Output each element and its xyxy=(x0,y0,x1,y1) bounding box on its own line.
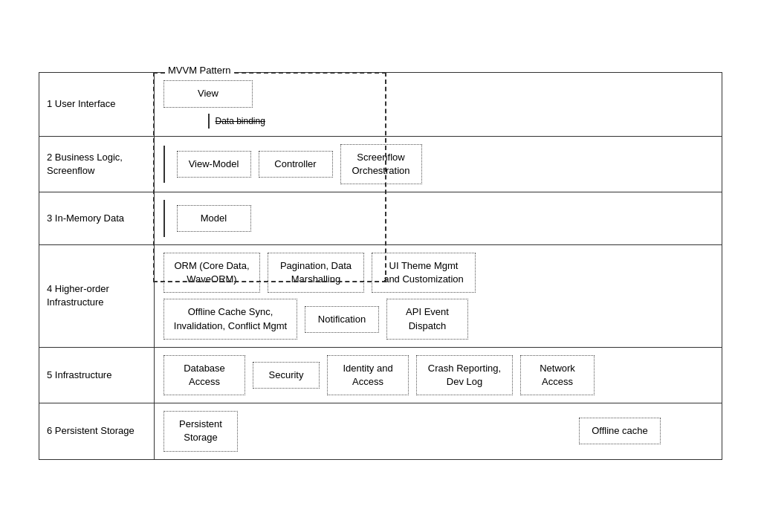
layer-1-label: 1 User Interface xyxy=(39,73,155,135)
layer-5: 5 Infrastructure DatabaseAccess Security… xyxy=(39,348,722,403)
layer-5-label: 5 Infrastructure xyxy=(39,348,155,403)
comp-api-event: API EventDispatch xyxy=(386,299,468,339)
comp-screenflow-orch: ScreenflowOrchestration xyxy=(340,144,422,184)
comp-ui-theme: UI Theme Mgmtand Customization xyxy=(372,253,476,293)
layer-6-label: 6 Persistent Storage xyxy=(39,403,155,458)
layer-2-label: 2 Business Logic,Screenflow xyxy=(39,137,155,192)
layer-3-content: Model xyxy=(155,192,722,244)
comp-offline-cache: Offline Cache Sync,Invalidation, Conflic… xyxy=(163,299,297,339)
data-binding-connector: Data binding xyxy=(163,114,713,129)
layer-4-row-2: Offline Cache Sync,Invalidation, Conflic… xyxy=(163,299,713,339)
layer-2-row-1: View-Model Controller ScreenflowOrchestr… xyxy=(163,144,713,184)
comp-model: Model xyxy=(177,205,251,232)
layer-3: 3 In-Memory Data Model xyxy=(39,192,722,245)
layer-3-label: 3 In-Memory Data xyxy=(39,192,155,244)
comp-persistent-storage: PersistentStorage xyxy=(163,411,238,451)
comp-notification: Notification xyxy=(305,306,379,333)
layer-4-row-1: ORM (Core Data,WaveORM) Pagination, Data… xyxy=(163,253,713,293)
comp-view: View xyxy=(163,80,253,107)
data-binding-label: Data binding xyxy=(216,116,265,126)
layer-1: 1 User Interface View Data binding xyxy=(39,72,722,136)
layer-4: 4 Higher-orderInfrastructure ORM (Core D… xyxy=(39,245,722,348)
layer-5-content: DatabaseAccess Security Identity andAcce… xyxy=(155,348,722,403)
comp-identity-access: Identity andAccess xyxy=(327,355,409,395)
layer-6: 6 Persistent Storage PersistentStorage O… xyxy=(39,403,722,459)
layer-1-row-1: View xyxy=(163,80,713,107)
layer-4-content: ORM (Core Data,WaveORM) Pagination, Data… xyxy=(155,245,722,347)
comp-pagination: Pagination, DataMarshalling xyxy=(268,253,364,293)
mvvm-v-sep xyxy=(163,146,165,183)
layer-2: 2 Business Logic,Screenflow View-Model C… xyxy=(39,137,722,192)
layer-1-content: View Data binding xyxy=(155,73,722,135)
comp-network-access: NetworkAccess xyxy=(520,355,595,395)
db-line xyxy=(208,114,210,129)
mvvm-v-sep-2 xyxy=(163,200,165,237)
layer-4-label: 4 Higher-orderInfrastructure xyxy=(39,245,155,347)
comp-offline-cache-storage: Offline cache xyxy=(579,418,661,444)
layer-2-content: View-Model Controller ScreenflowOrchestr… xyxy=(155,137,722,192)
comp-crash-reporting: Crash Reporting,Dev Log xyxy=(416,355,513,395)
layer-6-row-1: PersistentStorage Offline cache xyxy=(163,411,713,451)
comp-security: Security xyxy=(253,362,320,389)
comp-db-access: DatabaseAccess xyxy=(163,355,245,395)
comp-orm: ORM (Core Data,WaveORM) xyxy=(163,253,260,293)
comp-viewmodel: View-Model xyxy=(177,151,251,178)
layer-3-row-1: Model xyxy=(163,200,713,237)
layer-5-row-1: DatabaseAccess Security Identity andAcce… xyxy=(163,355,713,395)
diagram-wrapper: MVVM Pattern 1 User Interface View Data … xyxy=(24,65,737,467)
layer-6-content: PersistentStorage Offline cache xyxy=(155,403,722,458)
comp-controller: Controller xyxy=(259,151,333,178)
